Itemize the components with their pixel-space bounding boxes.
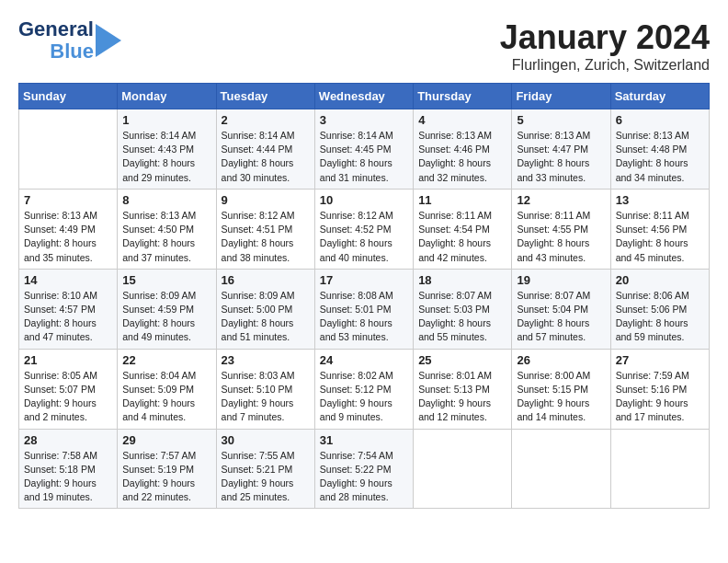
day-number: 3 [320,113,408,127]
calendar-cell: 16 Sunrise: 8:09 AMSunset: 5:00 PMDaylig… [216,269,314,349]
cell-info: Sunrise: 8:07 AMSunset: 5:03 PMDaylight:… [418,289,506,345]
cell-info: Sunrise: 8:05 AMSunset: 5:07 PMDaylight:… [24,369,112,425]
cell-info: Sunrise: 8:13 AMSunset: 4:49 PMDaylight:… [24,209,112,265]
cell-info: Sunrise: 8:00 AMSunset: 5:15 PMDaylight:… [517,369,605,425]
day-number: 10 [320,193,408,207]
day-number: 4 [418,113,506,127]
day-number: 7 [24,193,112,207]
day-number: 21 [24,353,112,367]
day-number: 17 [320,273,408,287]
calendar-cell: 4 Sunrise: 8:13 AMSunset: 4:46 PMDayligh… [414,109,512,190]
calendar-cell: 25 Sunrise: 8:01 AMSunset: 5:13 PMDaylig… [414,349,512,429]
weekday-header-thursday: Thursday [414,84,512,109]
cell-info: Sunrise: 8:13 AMSunset: 4:47 PMDaylight:… [517,129,605,185]
calendar-cell [512,429,610,509]
day-number: 30 [222,433,310,447]
logo-general: General [18,18,94,40]
calendar-cell: 5 Sunrise: 8:13 AMSunset: 4:47 PMDayligh… [512,109,610,190]
day-number: 11 [418,193,506,207]
cell-info: Sunrise: 8:14 AMSunset: 4:43 PMDaylight:… [122,129,210,185]
weekday-header-saturday: Saturday [610,84,709,109]
calendar-cell [610,429,709,509]
cell-info: Sunrise: 7:54 AMSunset: 5:22 PMDaylight:… [320,449,408,505]
calendar-cell: 18 Sunrise: 8:07 AMSunset: 5:03 PMDaylig… [414,269,512,349]
day-number: 12 [517,193,605,207]
day-number: 29 [122,433,210,447]
calendar-cell: 21 Sunrise: 8:05 AMSunset: 5:07 PMDaylig… [19,349,118,429]
calendar-cell: 24 Sunrise: 8:02 AMSunset: 5:12 PMDaylig… [314,349,413,429]
cell-info: Sunrise: 8:11 AMSunset: 4:54 PMDaylight:… [418,209,506,265]
calendar-cell: 28 Sunrise: 7:58 AMSunset: 5:18 PMDaylig… [19,429,118,509]
cell-info: Sunrise: 7:55 AMSunset: 5:21 PMDaylight:… [222,449,310,505]
calendar-week-row: 7 Sunrise: 8:13 AMSunset: 4:49 PMDayligh… [19,189,710,269]
calendar-cell: 6 Sunrise: 8:13 AMSunset: 4:48 PMDayligh… [610,109,709,190]
cell-info: Sunrise: 8:12 AMSunset: 4:51 PMDaylight:… [222,209,310,265]
cell-info: Sunrise: 8:07 AMSunset: 5:04 PMDaylight:… [517,289,605,345]
day-number: 16 [222,273,310,287]
svg-marker-0 [96,24,121,57]
cell-info: Sunrise: 8:14 AMSunset: 4:45 PMDaylight:… [320,129,408,185]
cell-info: Sunrise: 8:13 AMSunset: 4:48 PMDaylight:… [616,129,704,185]
weekday-header-sunday: Sunday [19,84,118,109]
day-number: 15 [122,273,210,287]
cell-info: Sunrise: 8:02 AMSunset: 5:12 PMDaylight:… [320,369,408,425]
title-block: January 2024 Flurlingen, Zurich, Switzer… [500,18,710,74]
day-number: 28 [24,433,112,447]
calendar-cell: 15 Sunrise: 8:09 AMSunset: 4:59 PMDaylig… [118,269,216,349]
calendar-cell [414,429,512,509]
cell-info: Sunrise: 7:59 AMSunset: 5:16 PMDaylight:… [616,369,704,425]
calendar-cell: 7 Sunrise: 8:13 AMSunset: 4:49 PMDayligh… [19,189,118,269]
day-number: 13 [616,193,704,207]
day-number: 23 [222,353,310,367]
calendar-cell: 31 Sunrise: 7:54 AMSunset: 5:22 PMDaylig… [314,429,413,509]
day-number: 18 [418,273,506,287]
calendar-cell: 10 Sunrise: 8:12 AMSunset: 4:52 PMDaylig… [314,189,413,269]
cell-info: Sunrise: 8:03 AMSunset: 5:10 PMDaylight:… [222,369,310,425]
day-number: 31 [320,433,408,447]
day-number: 19 [517,273,605,287]
calendar-week-row: 21 Sunrise: 8:05 AMSunset: 5:07 PMDaylig… [19,349,710,429]
cell-info: Sunrise: 8:12 AMSunset: 4:52 PMDaylight:… [320,209,408,265]
day-number: 1 [122,113,210,127]
calendar-cell: 27 Sunrise: 7:59 AMSunset: 5:16 PMDaylig… [610,349,709,429]
cell-info: Sunrise: 8:09 AMSunset: 4:59 PMDaylight:… [122,289,210,345]
cell-info: Sunrise: 8:11 AMSunset: 4:55 PMDaylight:… [517,209,605,265]
cell-info: Sunrise: 8:14 AMSunset: 4:44 PMDaylight:… [222,129,310,185]
cell-info: Sunrise: 7:58 AMSunset: 5:18 PMDaylight:… [24,449,112,505]
weekday-header-wednesday: Wednesday [314,84,413,109]
cell-info: Sunrise: 7:57 AMSunset: 5:19 PMDaylight:… [122,449,210,505]
day-number: 5 [517,113,605,127]
calendar-cell: 30 Sunrise: 7:55 AMSunset: 5:21 PMDaylig… [216,429,314,509]
calendar-cell: 22 Sunrise: 8:04 AMSunset: 5:09 PMDaylig… [118,349,216,429]
cell-info: Sunrise: 8:10 AMSunset: 4:57 PMDaylight:… [24,289,112,345]
day-number: 25 [418,353,506,367]
calendar-cell: 17 Sunrise: 8:08 AMSunset: 5:01 PMDaylig… [314,269,413,349]
day-number: 24 [320,353,408,367]
calendar-week-row: 1 Sunrise: 8:14 AMSunset: 4:43 PMDayligh… [19,109,710,190]
day-number: 8 [122,193,210,207]
calendar-cell: 2 Sunrise: 8:14 AMSunset: 4:44 PMDayligh… [216,109,314,190]
calendar-cell: 29 Sunrise: 7:57 AMSunset: 5:19 PMDaylig… [118,429,216,509]
calendar-cell: 1 Sunrise: 8:14 AMSunset: 4:43 PMDayligh… [118,109,216,190]
calendar-cell: 26 Sunrise: 8:00 AMSunset: 5:15 PMDaylig… [512,349,610,429]
calendar-cell: 14 Sunrise: 8:10 AMSunset: 4:57 PMDaylig… [19,269,118,349]
calendar-week-row: 14 Sunrise: 8:10 AMSunset: 4:57 PMDaylig… [19,269,710,349]
cell-info: Sunrise: 8:08 AMSunset: 5:01 PMDaylight:… [320,289,408,345]
cell-info: Sunrise: 8:06 AMSunset: 5:06 PMDaylight:… [616,289,704,345]
location-title: Flurlingen, Zurich, Switzerland [500,57,710,74]
calendar-cell: 19 Sunrise: 8:07 AMSunset: 5:04 PMDaylig… [512,269,610,349]
calendar-cell: 8 Sunrise: 8:13 AMSunset: 4:50 PMDayligh… [118,189,216,269]
calendar-cell: 12 Sunrise: 8:11 AMSunset: 4:55 PMDaylig… [512,189,610,269]
cell-info: Sunrise: 8:04 AMSunset: 5:09 PMDaylight:… [122,369,210,425]
day-number: 9 [222,193,310,207]
calendar-cell: 13 Sunrise: 8:11 AMSunset: 4:56 PMDaylig… [610,189,709,269]
cell-info: Sunrise: 8:11 AMSunset: 4:56 PMDaylight:… [616,209,704,265]
day-number: 27 [616,353,704,367]
weekday-header-friday: Friday [512,84,610,109]
calendar-table: SundayMondayTuesdayWednesdayThursdayFrid… [18,83,710,509]
month-title: January 2024 [500,18,710,57]
calendar-week-row: 28 Sunrise: 7:58 AMSunset: 5:18 PMDaylig… [19,429,710,509]
day-number: 22 [122,353,210,367]
weekday-header-tuesday: Tuesday [216,84,314,109]
day-number: 14 [24,273,112,287]
